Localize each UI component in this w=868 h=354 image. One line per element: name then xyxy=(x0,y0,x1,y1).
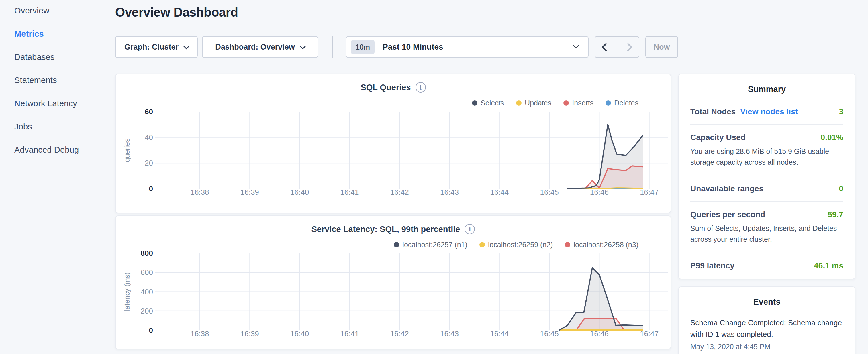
dashboard-dropdown[interactable]: Dashboard: Overview xyxy=(202,36,318,58)
svg-text:16:47: 16:47 xyxy=(640,188,658,196)
svg-text:600: 600 xyxy=(141,268,153,277)
time-window-badge: 10m xyxy=(351,40,375,55)
legend-item: Inserts xyxy=(563,99,593,107)
chevron-right-icon xyxy=(624,43,632,51)
summary-row: Unavailable ranges0 xyxy=(690,175,843,201)
view-nodes-list-link[interactable]: View nodes list xyxy=(740,107,798,116)
legend-item: localhost:26259 (n2) xyxy=(479,240,553,249)
summary-row-value: 46.1 ms xyxy=(814,261,843,270)
graph-dropdown[interactable]: Graph: Cluster xyxy=(115,36,198,58)
svg-text:queries: queries xyxy=(123,139,131,162)
legend-item: Selects xyxy=(472,99,504,107)
time-window-label: Past 10 Minutes xyxy=(382,42,574,52)
summary-title: Summary xyxy=(679,85,855,94)
dashboard-dropdown-label: Dashboard: Overview xyxy=(215,43,295,52)
summary-row-label: P99 latency xyxy=(690,261,735,270)
chevron-down-icon xyxy=(183,43,189,49)
event-timestamp: May 13, 2020 at 4:45 PM xyxy=(690,343,843,351)
summary-row-description: Sum of Selects, Updates, Inserts, and De… xyxy=(690,223,843,245)
event-item[interactable]: Schema Change Completed: Schema change w… xyxy=(690,317,843,351)
legend-label: localhost:26257 (n1) xyxy=(402,240,467,249)
svg-text:20: 20 xyxy=(145,159,153,167)
legend-label: localhost:26258 (n3) xyxy=(574,240,639,249)
summary-row-value: 59.7 xyxy=(828,210,844,219)
summary-row: P99 latency46.1 ms xyxy=(690,253,843,279)
info-icon[interactable]: i xyxy=(465,224,475,234)
summary-row-description: You are using 28.6 MiB of 515.9 GiB usab… xyxy=(690,146,843,167)
summary-row-label: Queries per second xyxy=(690,210,765,219)
legend-item: Updates xyxy=(516,99,551,107)
legend-item: localhost:26257 (n1) xyxy=(394,240,467,249)
time-step-buttons xyxy=(595,36,639,58)
legend-label: localhost:26259 (n2) xyxy=(488,240,553,249)
summary-row-value: 0.01% xyxy=(821,133,843,142)
legend-label: Deletes xyxy=(614,99,639,107)
svg-text:800: 800 xyxy=(141,249,153,257)
chevron-down-icon xyxy=(300,43,306,49)
svg-text:40: 40 xyxy=(145,133,153,142)
svg-text:16:41: 16:41 xyxy=(340,188,359,196)
event-text: Schema Change Completed: Schema change w… xyxy=(690,317,843,340)
now-button[interactable]: Now xyxy=(645,36,678,58)
graph-dropdown-label: Graph: Cluster xyxy=(124,43,179,52)
svg-text:16:44: 16:44 xyxy=(490,188,509,196)
summary-rows: Total NodesView nodes list3Capacity Used… xyxy=(690,99,843,279)
chevron-down-icon xyxy=(574,44,578,50)
summary-row: Capacity Used0.01%You are using 28.6 MiB… xyxy=(690,124,843,175)
legend-item: localhost:26258 (n3) xyxy=(565,240,639,249)
svg-text:200: 200 xyxy=(141,307,153,315)
events-panel: Events Schema Change Completed: Schema c… xyxy=(678,286,856,354)
legend-item: Deletes xyxy=(606,99,639,107)
svg-text:16:39: 16:39 xyxy=(241,329,259,338)
legend-dot-icon xyxy=(479,242,485,248)
summary-row: Queries per second59.7Sum of Selects, Up… xyxy=(690,201,843,253)
svg-text:16:41: 16:41 xyxy=(340,329,359,338)
time-range-selector[interactable]: 10m Past 10 Minutes xyxy=(346,36,589,58)
svg-text:16:43: 16:43 xyxy=(440,329,459,338)
summary-row: Total NodesView nodes list3 xyxy=(690,99,843,124)
prev-time-button[interactable] xyxy=(595,37,617,57)
service-latency-sql-99th-percentile-title: Service Latency: SQL, 99th percentile xyxy=(311,225,460,234)
events-title: Events xyxy=(679,297,855,307)
legend-dot-icon xyxy=(606,100,611,106)
chart-title-row: SQL Queriesi xyxy=(116,82,671,93)
legend-dot-icon xyxy=(516,100,522,106)
service-latency-chart-card: Service Latency: SQL, 99th percentileilo… xyxy=(115,215,671,349)
svg-text:16:40: 16:40 xyxy=(290,329,309,338)
svg-text:16:40: 16:40 xyxy=(290,188,309,196)
svg-text:0: 0 xyxy=(149,185,153,193)
sidebar-item-databases[interactable]: Databases xyxy=(0,45,115,69)
svg-text:16:43: 16:43 xyxy=(440,188,459,196)
summary-row-label: Total Nodes xyxy=(690,107,736,116)
summary-row-label: Unavailable ranges xyxy=(690,184,764,193)
next-time-button[interactable] xyxy=(617,37,639,57)
info-icon[interactable]: i xyxy=(415,82,426,93)
service-latency-sql-99th-percentile-plot[interactable]: 16:3816:3916:4016:4116:4216:4316:4416:45… xyxy=(116,248,672,349)
sidebar-item-metrics[interactable]: Metrics xyxy=(0,22,115,45)
sql-queries-chart-card: SQL QueriesiSelectsUpdatesInsertsDeletes… xyxy=(115,74,671,213)
svg-text:16:44: 16:44 xyxy=(490,329,509,338)
sidebar-item-jobs[interactable]: Jobs xyxy=(0,115,115,138)
chart-legend: localhost:26257 (n1)localhost:26259 (n2)… xyxy=(394,240,639,249)
legend-label: Selects xyxy=(480,99,504,107)
legend-dot-icon xyxy=(394,242,399,248)
toolbar-divider xyxy=(333,36,333,58)
summary-row-value: 3 xyxy=(839,107,843,116)
sidebar-item-advanced-debug[interactable]: Advanced Debug xyxy=(0,138,115,162)
svg-text:16:38: 16:38 xyxy=(190,188,209,196)
sidebar-item-overview[interactable]: Overview xyxy=(0,0,115,22)
sql-queries-title: SQL Queries xyxy=(361,83,411,92)
legend-dot-icon xyxy=(565,242,570,248)
sidebar-item-network-latency[interactable]: Network Latency xyxy=(0,92,115,115)
sql-queries-plot[interactable]: 16:3816:3916:4016:4116:4216:4316:4416:45… xyxy=(116,106,672,207)
chart-title-row: Service Latency: SQL, 99th percentilei xyxy=(116,224,671,234)
sidebar: OverviewMetricsDatabasesStatementsNetwor… xyxy=(0,0,115,162)
sidebar-item-statements[interactable]: Statements xyxy=(0,69,115,92)
svg-text:16:45: 16:45 xyxy=(540,188,559,196)
svg-text:16:42: 16:42 xyxy=(390,188,409,196)
svg-text:16:42: 16:42 xyxy=(390,329,409,338)
summary-row-label: Capacity Used xyxy=(690,133,746,142)
page-title: Overview Dashboard xyxy=(115,5,238,20)
svg-text:400: 400 xyxy=(141,288,153,296)
legend-label: Updates xyxy=(525,99,551,107)
